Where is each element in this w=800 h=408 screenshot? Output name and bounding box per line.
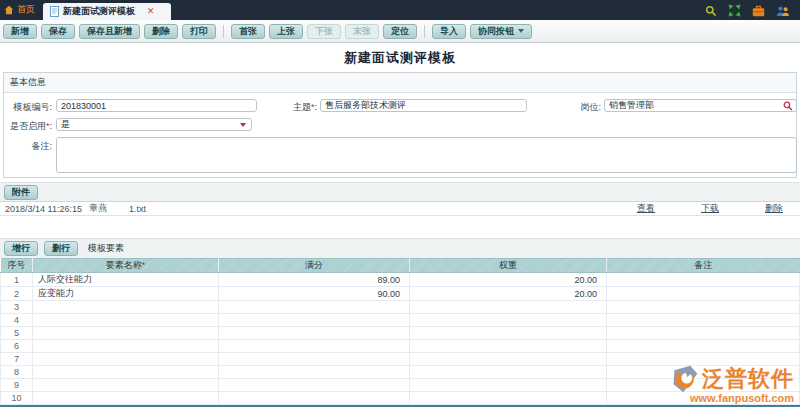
tab-new-template[interactable]: 新建面试测评模板 ✕ (43, 3, 171, 20)
table-row: 10 (1, 392, 800, 405)
first-record-button[interactable]: 首张 (231, 24, 265, 39)
cell-score[interactable] (219, 340, 410, 353)
cell-name[interactable] (33, 314, 219, 327)
collab-button[interactable]: 协同按钮 (470, 24, 532, 39)
toolbar-separator (424, 25, 425, 38)
cell-weight[interactable] (410, 366, 607, 379)
last-record-button[interactable]: 末张 (345, 24, 379, 39)
col-remark: 备注 (607, 259, 800, 273)
cell-weight[interactable]: 20.00 (410, 273, 607, 287)
app-window: 首页 新建面试测评模板 ✕ (0, 0, 800, 408)
cell-score[interactable] (219, 392, 410, 405)
required-marker: * (142, 260, 146, 270)
cell-score[interactable] (219, 379, 410, 392)
basic-info-form: 模板编号: 主题*: 岗位: 是否启用*: 是 备注: (4, 93, 796, 177)
attachment-actions: 查看下载删除 (591, 202, 795, 215)
detail-section-label: 模板要素 (88, 242, 124, 255)
cell-weight[interactable] (410, 392, 607, 405)
users-icon[interactable] (776, 5, 790, 17)
cell-name[interactable]: 应变能力 (33, 287, 219, 301)
template-no-input[interactable] (56, 99, 257, 112)
cell-name[interactable] (33, 366, 219, 379)
cell-score[interactable] (219, 301, 410, 314)
toolbox-icon[interactable] (752, 5, 765, 17)
cell-remark[interactable] (607, 273, 800, 287)
cell-weight[interactable] (410, 301, 607, 314)
table-row: 3 (1, 301, 800, 314)
cell-score[interactable]: 89.00 (219, 273, 410, 287)
cell-score[interactable] (219, 353, 410, 366)
remark-textarea[interactable] (56, 137, 797, 173)
cell-no: 9 (1, 379, 33, 392)
attachment-button[interactable]: 附件 (4, 185, 38, 200)
cell-name[interactable]: 人际交往能力 (33, 273, 219, 287)
add-button[interactable]: 新增 (3, 24, 37, 39)
cell-name[interactable] (33, 340, 219, 353)
basic-info-section: 基本信息 模板编号: 主题*: 岗位: 是否启用*: 是 备注: (3, 72, 797, 178)
attachment-uploader: 章燕 (89, 202, 129, 215)
prev-record-button[interactable]: 上张 (269, 24, 303, 39)
cell-name[interactable] (33, 392, 219, 405)
cell-remark[interactable] (607, 353, 800, 366)
cell-name[interactable] (33, 353, 219, 366)
attachment-row: 2018/3/14 11:26:15 章燕 1.txt 查看下载删除 (0, 201, 800, 216)
subject-label: 主题*: (254, 101, 317, 114)
cell-weight[interactable] (410, 340, 607, 353)
cell-remark[interactable] (607, 301, 800, 314)
cell-weight[interactable] (410, 353, 607, 366)
nav-home-label: 首页 (17, 3, 35, 16)
print-button[interactable]: 打印 (182, 24, 216, 39)
attachment-toolbar: 附件 (0, 182, 800, 201)
delete-button[interactable]: 删除 (144, 24, 178, 39)
next-record-button[interactable]: 下张 (307, 24, 341, 39)
fullscreen-icon[interactable] (728, 4, 741, 17)
cell-remark[interactable] (607, 379, 800, 392)
cell-weight[interactable]: 20.00 (410, 287, 607, 301)
cell-remark[interactable] (607, 366, 800, 379)
search-icon[interactable] (705, 5, 717, 17)
enabled-select-value: 是 (61, 118, 70, 131)
cell-weight[interactable] (410, 379, 607, 392)
cell-remark[interactable] (607, 327, 800, 340)
table-row: 8 (1, 366, 800, 379)
cell-remark[interactable] (607, 314, 800, 327)
cell-remark[interactable] (607, 340, 800, 353)
subject-input[interactable] (320, 99, 527, 112)
cell-weight[interactable] (410, 314, 607, 327)
nav-home[interactable]: 首页 (0, 3, 43, 20)
position-lookup-icon[interactable] (783, 101, 793, 111)
cell-score[interactable] (219, 314, 410, 327)
cell-remark[interactable] (607, 392, 800, 405)
col-weight: 权重 (410, 259, 607, 273)
save-and-new-button[interactable]: 保存且新增 (79, 24, 140, 39)
import-button[interactable]: 导入 (432, 24, 466, 39)
remark-label: 备注: (4, 140, 52, 153)
detail-toolbar: 增行 删行 模板要素 (0, 238, 800, 258)
enabled-select[interactable]: 是 (56, 118, 252, 131)
download-link[interactable]: 下载 (701, 203, 719, 213)
enabled-label: 是否启用*: (4, 120, 52, 133)
cell-name[interactable] (33, 327, 219, 340)
col-score: 满分 (219, 259, 410, 273)
add-row-button[interactable]: 增行 (4, 241, 38, 256)
cell-score[interactable]: 90.00 (219, 287, 410, 301)
save-button[interactable]: 保存 (41, 24, 75, 39)
toolbar-separator (223, 25, 224, 38)
cell-no: 3 (1, 301, 33, 314)
cell-no: 7 (1, 353, 33, 366)
locate-button[interactable]: 定位 (383, 24, 417, 39)
cell-name[interactable] (33, 379, 219, 392)
view-link[interactable]: 查看 (637, 203, 655, 213)
table-row: 7 (1, 353, 800, 366)
cell-remark[interactable] (607, 287, 800, 301)
tab-bar: 首页 新建面试测评模板 ✕ (0, 0, 800, 20)
cell-name[interactable] (33, 301, 219, 314)
delete-link[interactable]: 删除 (765, 203, 783, 213)
cell-score[interactable] (219, 327, 410, 340)
grid-header-row: 序号要素名称*满分权重备注 (1, 259, 800, 273)
delete-row-button[interactable]: 删行 (44, 241, 78, 256)
cell-score[interactable] (219, 366, 410, 379)
position-input[interactable] (604, 99, 797, 112)
cell-weight[interactable] (410, 327, 607, 340)
tab-close-icon[interactable]: ✕ (147, 7, 155, 16)
